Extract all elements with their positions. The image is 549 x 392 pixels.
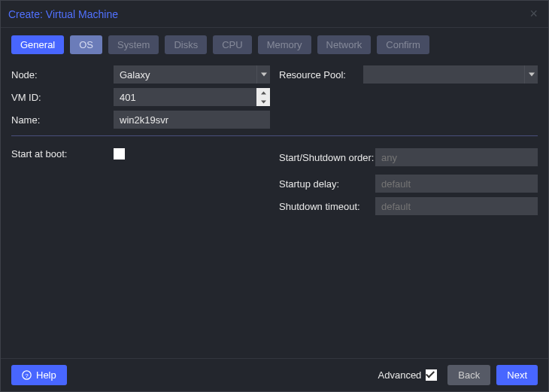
tab-network: Network [317,35,372,54]
node-label: Node: [11,69,114,81]
next-button[interactable]: Next [496,365,538,385]
back-button: Back [447,365,490,385]
svg-text:?: ? [25,372,29,379]
resource-pool-combo[interactable] [363,65,538,84]
close-icon[interactable]: × [526,5,541,23]
advanced-label: Advanced [378,369,422,381]
advanced-checkbox[interactable] [426,369,437,381]
start-at-boot-label: Start at boot: [11,148,114,160]
vmid-spinner[interactable] [114,88,270,106]
chevron-down-icon[interactable] [256,65,270,84]
shutdown-timeout-label: Shutdown timeout: [279,201,375,212]
name-input[interactable] [114,111,270,129]
wizard-tabs: General OS System Disks CPU Memory Netwo… [1,28,548,62]
help-button-label: Help [36,369,56,381]
tab-general[interactable]: General [11,35,64,54]
node-combo[interactable] [114,65,270,84]
spinner-down-icon[interactable] [256,97,270,106]
name-label: Name: [11,114,114,126]
titlebar: Create: Virtual Machine × [1,1,548,28]
help-icon: ? [22,370,32,380]
advanced-toggle[interactable]: Advanced [378,369,438,381]
shutdown-timeout-input [375,197,538,215]
start-at-boot-checkbox[interactable] [114,148,125,160]
spinner-up-icon[interactable] [256,88,270,97]
tab-os[interactable]: OS [70,35,102,54]
resource-pool-label: Resource Pool: [279,69,363,81]
startup-delay-label: Startup delay: [279,178,375,190]
vmid-input[interactable] [114,88,256,106]
next-button-label: Next [507,369,527,381]
tab-confirm: Confirm [377,35,429,54]
footer-bar: ? Help Advanced Back Next [1,358,548,391]
tab-disks: Disks [165,35,207,54]
dialog-window: Create: Virtual Machine × General OS Sys… [0,0,549,392]
order-label: Start/Shutdown order: [279,152,375,163]
vmid-label: VM ID: [11,92,114,103]
form-content: Node: VM ID: [1,62,548,358]
dialog-title: Create: Virtual Machine [8,8,526,20]
node-input[interactable] [114,65,256,84]
resource-pool-input[interactable] [363,65,524,84]
spinner-buttons[interactable] [256,88,270,106]
tab-memory: Memory [258,35,311,54]
back-button-label: Back [458,369,480,381]
help-button[interactable]: ? Help [11,365,67,385]
divider [11,135,538,136]
order-input [375,148,538,166]
startup-delay-input [375,175,538,193]
tab-cpu: CPU [213,35,251,54]
chevron-down-icon[interactable] [524,65,538,84]
tab-system: System [108,35,159,54]
